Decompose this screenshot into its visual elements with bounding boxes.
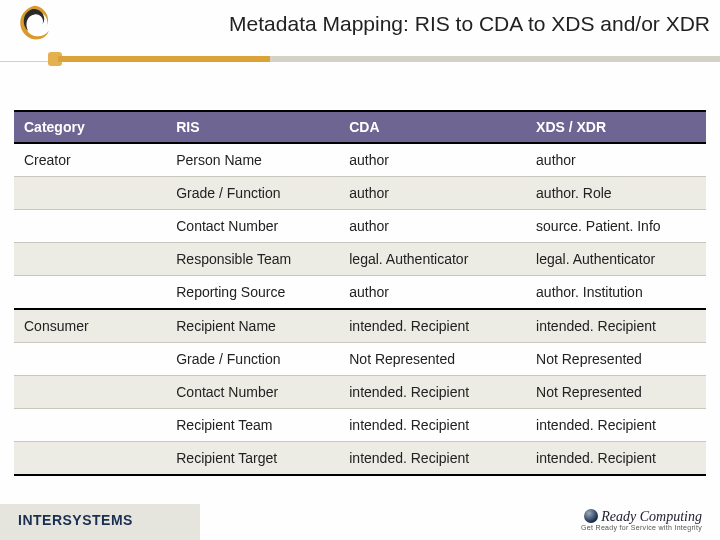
cell-category: Creator xyxy=(14,143,166,177)
slide-title: Metadata Mapping: RIS to CDA to XDS and/… xyxy=(229,12,710,36)
col-cda: CDA xyxy=(339,111,526,143)
table-row: CreatorPerson Nameauthorauthor xyxy=(14,143,706,177)
ready-computing-tagline: Get Ready for Service with Integrity xyxy=(581,524,702,531)
table-row: Recipient Teamintended. Recipientintende… xyxy=(14,409,706,442)
cell-xds: intended. Recipient xyxy=(526,442,706,476)
cell-ris: Recipient Name xyxy=(166,309,339,343)
cell-ris: Responsible Team xyxy=(166,243,339,276)
cell-category xyxy=(14,409,166,442)
cell-xds: intended. Recipient xyxy=(526,409,706,442)
cell-cda: legal. Authenticator xyxy=(339,243,526,276)
cell-cda: author xyxy=(339,276,526,310)
cell-xds: source. Patient. Info xyxy=(526,210,706,243)
cell-ris: Person Name xyxy=(166,143,339,177)
ready-computing-logo: Ready Computing Get Ready for Service wi… xyxy=(581,509,702,531)
table-header-row: Category RIS CDA XDS / XDR xyxy=(14,111,706,143)
table-row: Grade / Function Not Represented Not Rep… xyxy=(14,343,706,376)
cell-category xyxy=(14,376,166,409)
cell-category xyxy=(14,343,166,376)
cell-ris: Reporting Source xyxy=(166,276,339,310)
mapping-table: Category RIS CDA XDS / XDR CreatorPerson… xyxy=(14,110,706,476)
table-row: Grade / Functionauthorauthor. Role xyxy=(14,177,706,210)
cell-ris: Grade / Function xyxy=(166,177,339,210)
cell-cda: Not Represented xyxy=(339,343,526,376)
cell-xds: intended. Recipient xyxy=(526,309,706,343)
swirl-logo-icon xyxy=(8,2,56,50)
cell-cda: intended. Recipient xyxy=(339,442,526,476)
globe-icon xyxy=(584,509,598,523)
accent-bar xyxy=(0,56,720,62)
table-row: Reporting Sourceauthorauthor. Institutio… xyxy=(14,276,706,310)
cell-category xyxy=(14,243,166,276)
cell-cda: author xyxy=(339,143,526,177)
col-xds: XDS / XDR xyxy=(526,111,706,143)
cell-xds: author. Institution xyxy=(526,276,706,310)
table-row: ConsumerRecipient Nameintended. Recipien… xyxy=(14,309,706,343)
table-row: Contact Numberauthorsource. Patient. Inf… xyxy=(14,210,706,243)
intersystems-logo-text: INTERSYSTEMS xyxy=(18,512,133,528)
cell-category xyxy=(14,177,166,210)
cell-xds: Not Represented xyxy=(526,376,706,409)
col-ris: RIS xyxy=(166,111,339,143)
table-row: Recipient Targetintended. Recipientinten… xyxy=(14,442,706,476)
cell-category: Consumer xyxy=(14,309,166,343)
cell-xds: author xyxy=(526,143,706,177)
cell-category xyxy=(14,442,166,476)
cell-cda: intended. Recipient xyxy=(339,309,526,343)
cell-ris: Contact Number xyxy=(166,376,339,409)
table-row: Responsible Teamlegal. Authenticatorlega… xyxy=(14,243,706,276)
cell-cda: intended. Recipient xyxy=(339,376,526,409)
cell-category xyxy=(14,210,166,243)
mapping-table-container: Category RIS CDA XDS / XDR CreatorPerson… xyxy=(14,110,706,476)
table-row: Contact Numberintended. Recipient Not Re… xyxy=(14,376,706,409)
slide-footer: INTERSYSTEMS Ready Computing Get Ready f… xyxy=(0,504,720,540)
ready-computing-main: Ready Computing xyxy=(581,509,702,524)
cell-cda: intended. Recipient xyxy=(339,409,526,442)
cell-xds: legal. Authenticator xyxy=(526,243,706,276)
cell-cda: author xyxy=(339,177,526,210)
cell-ris: Recipient Target xyxy=(166,442,339,476)
slide-header: Metadata Mapping: RIS to CDA to XDS and/… xyxy=(0,0,720,62)
cell-ris: Recipient Team xyxy=(166,409,339,442)
cell-xds: author. Role xyxy=(526,177,706,210)
col-category: Category xyxy=(14,111,166,143)
cell-ris: Grade / Function xyxy=(166,343,339,376)
cell-ris: Contact Number xyxy=(166,210,339,243)
cell-cda: author xyxy=(339,210,526,243)
cell-category xyxy=(14,276,166,310)
cell-xds: Not Represented xyxy=(526,343,706,376)
